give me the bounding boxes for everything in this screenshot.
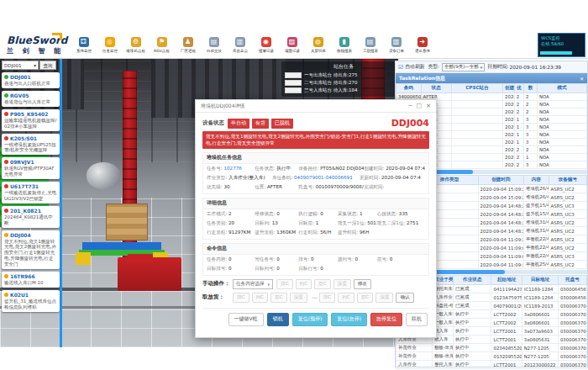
alarm-card[interactable]: DDJ001 巷道与出入口联机正常: [2, 72, 60, 88]
field: 目标行号: 0: [298, 265, 338, 274]
table-cell: 执行中: [454, 327, 491, 336]
table-cell: NOA: [537, 124, 586, 131]
toolbar-button[interactable]: ⚑ RGV点检: [149, 37, 175, 53]
minimize-icon[interactable]: ─: [408, 103, 412, 109]
toolbar-button[interactable]: ▤ 工段报表: [357, 37, 383, 53]
alarm-card[interactable]: RGV05 巷道货位与出入库正常: [2, 91, 60, 107]
toolbar-button[interactable]: ⚃ 系统监控: [71, 37, 97, 53]
column-header[interactable]: 设备编号: [549, 176, 586, 185]
pick-param-button[interactable]: 列C: [252, 293, 269, 303]
place-param-button[interactable]: 排C: [319, 293, 336, 303]
column-header[interactable]: CPSC站台: [451, 84, 502, 93]
toolbar-button[interactable]: ▥ 库存盘点: [227, 37, 253, 53]
table-cell: 堆垛机26/4016cOmd: [524, 193, 549, 202]
alarm-device-code: 16TR966: [10, 273, 35, 279]
toolbar-button[interactable]: ➜ 退出系统: [409, 37, 435, 53]
alarm-card[interactable]: K205/S01 一线堆垛机紧急UPS25报警/机柜安全光栅故障: [2, 134, 60, 156]
column-header[interactable]: 模式: [537, 84, 586, 93]
alarm-card[interactable]: U617T731 一线输送机紧急停止,光电UG1IV3/V2已锁定: [2, 182, 60, 204]
panel-refresh-bar: ☑ 自动刷新 类型: 全部(9类)—全部 ▾ 日期时间: 2020-09-01 …: [396, 61, 587, 73]
manual-param-button[interactable]: 排C: [276, 279, 293, 289]
manual-param-button[interactable]: 列C: [296, 279, 312, 289]
status-dot-icon: [4, 293, 8, 297]
toolbar-button[interactable]: ▨ 清除记录: [279, 37, 305, 53]
device-filter-select[interactable]: DDJ001 ▾: [2, 61, 39, 70]
section-title-command: 命令信息: [202, 243, 429, 255]
table-cell: 2: [514, 108, 523, 116]
table-cell: 1: [514, 124, 523, 131]
dialog-action-button[interactable]: 复位(预停): [292, 313, 328, 326]
dialog-action-button[interactable]: 联机: [406, 313, 428, 326]
confirm-button[interactable]: 确认: [396, 293, 413, 303]
status-dot-icon: [4, 93, 8, 98]
field: 目标列: 13: [255, 219, 298, 229]
column-header[interactable]: 目标地址: [522, 276, 558, 285]
pick-param-button[interactable]: 层C: [270, 293, 287, 303]
station-legend: 站台任务 一号出库站台 待出库:275 二号出库站台 待出库:270: [281, 61, 398, 97]
table-cell: ASRS_UC2: [549, 219, 586, 227]
table-cell: 3a0806601: [522, 319, 558, 327]
table-row[interactable]: 补货作业翻板-出库补货执行中01320955202N277-1205030006…: [396, 352, 587, 361]
sidebar-search-button[interactable]: 查询: [39, 61, 56, 70]
legend-swatch: [285, 72, 302, 78]
alarm-card[interactable]: P905_K95402 运输车辊道电机超载故障/02排#小车故障: [2, 109, 60, 131]
field: 库位条码: 0409079001-040006691: [272, 174, 360, 183]
field: 目标列号: 0: [255, 265, 298, 274]
toolbar-button[interactable]: ⚙ 堆垛机点检: [123, 37, 149, 53]
table-row[interactable]: 入库作业整托入库执行中LCTT2001201230000220300063700…: [396, 361, 587, 369]
toolbar-button[interactable]: ◎ 任务监控: [97, 37, 123, 53]
apply-button[interactable]: 修改: [354, 279, 371, 289]
device-status-row: 设备状态 半自动有货已脱机 DDJ004: [202, 118, 429, 129]
wooden-crate: [106, 204, 148, 240]
alarm-card[interactable]: K02U1 提升机_31_输送线库位点检信息队列堆积: [2, 290, 60, 312]
pick-param-button[interactable]: 深度: [290, 293, 307, 303]
table-row[interactable]: 补货作业翻板-出库补货执行中02340855202N277-1205030006…: [396, 344, 587, 352]
column-header[interactable]: 起始地址: [491, 276, 522, 285]
pick-param-button[interactable]: 排C: [233, 293, 249, 303]
column-header[interactable]: 托盘号: [558, 276, 586, 285]
legend-row: 二号出库站台 待出库:270: [285, 80, 398, 86]
table-cell: 1: [524, 154, 538, 161]
task-content-select[interactable]: 任务内容选择 ▾: [233, 279, 273, 289]
alarm-card[interactable]: 09RVJV1 轨道RGV音频/PTP30AF光电异常: [2, 157, 60, 179]
column-header[interactable]: 创建时间: [503, 84, 515, 93]
field: 行走里程: 91297KM: [207, 229, 255, 238]
alarm-card[interactable]: 201_K0821 202464_K0821通讯中断: [2, 206, 60, 228]
toolbar-button[interactable]: ◍ 大屏切换: [305, 37, 331, 53]
toolbar-button[interactable]: ◉ 报警记录: [253, 37, 279, 53]
type-select[interactable]: 全部(9类)—全部 ▾: [442, 63, 485, 71]
dialog-titlebar[interactable]: 堆垛机DDJ004详情 ─ □ ✕: [196, 100, 436, 113]
column-header[interactable]: 条码: [396, 84, 422, 93]
field: 维修状态: 0: [255, 210, 298, 219]
close-icon[interactable]: ✕: [580, 76, 584, 82]
column-header[interactable]: 状态: [421, 84, 451, 93]
place-param-button[interactable]: 深度: [375, 293, 393, 303]
alarm-card[interactable]: DDJ004 货叉不到位,货叉1侧旋转光电,货叉2侧旋转光电,外围安全门,行走1…: [2, 230, 60, 269]
column-header[interactable]: 内容: [524, 176, 549, 185]
toolbar-button[interactable]: ▮ 曲线报表: [331, 37, 357, 53]
auto-refresh-checkbox[interactable]: ☑: [398, 64, 403, 71]
place-param-button[interactable]: 列C: [338, 293, 354, 303]
toolbar-icon: ◍: [313, 37, 323, 47]
column-header[interactable]: 作业状态: [454, 276, 491, 285]
dialog-action-button[interactable]: 锁机: [267, 313, 289, 326]
manual-param-button[interactable]: 层C: [314, 279, 331, 289]
mini-status-widget[interactable]: WCS监控 在线 58/60: [538, 33, 585, 57]
dialog-action-button[interactable]: 一键做V框: [228, 313, 264, 326]
dialog-action-button[interactable]: 复位(急停): [331, 313, 367, 326]
manual-param-button[interactable]: 深度: [333, 279, 351, 289]
alarm-card[interactable]: 16TR966 输送线入库口M 10: [2, 272, 60, 288]
place-param-button[interactable]: 层C: [357, 293, 374, 303]
toolbar-button[interactable]: ▥ 设备订单: [383, 37, 409, 53]
buffer-block: [76, 252, 91, 265]
table-cell: NOA: [537, 161, 586, 169]
dialog-action-button[interactable]: 急停复位: [370, 313, 402, 326]
toolbar-button[interactable]: ▤ 白班交接: [201, 37, 227, 53]
maximize-icon[interactable]: □: [417, 103, 423, 109]
alarm-device-code: K02U1: [10, 292, 29, 298]
close-icon[interactable]: ✕: [426, 103, 431, 109]
column-header[interactable]: 数: [524, 84, 538, 93]
column-header[interactable]: 创建时间: [478, 176, 523, 185]
column-header[interactable]: 优: [514, 84, 523, 93]
toolbar-button[interactable]: ♟ 厂区巡检: [175, 37, 201, 53]
